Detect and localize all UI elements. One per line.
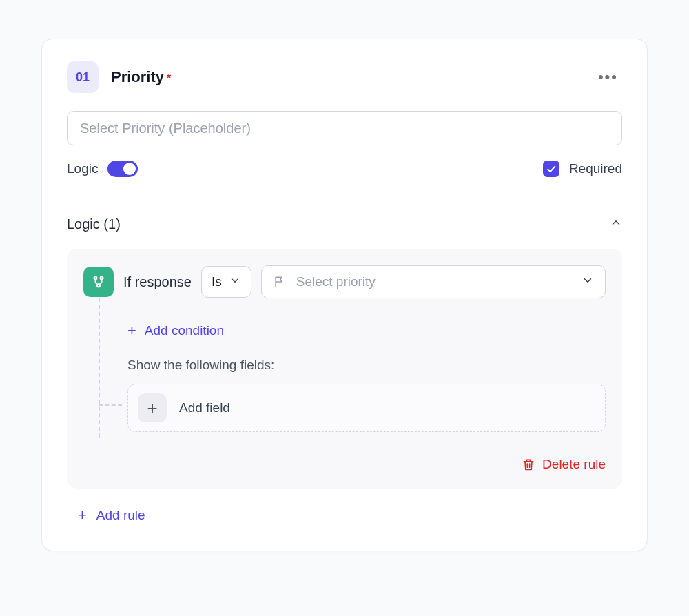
required-label: Required	[569, 161, 622, 176]
check-icon	[546, 163, 557, 174]
rule-nested-block: + Add condition Show the following field…	[99, 298, 606, 438]
branch-icon	[83, 267, 114, 297]
required-checkbox[interactable]	[543, 161, 559, 177]
field-header-row: 01 Priority* •••	[67, 61, 622, 93]
add-rule-label: Add rule	[96, 508, 145, 523]
add-condition-button[interactable]: + Add condition	[127, 323, 606, 338]
card-header-section: 01 Priority* ••• Select Priority (Placeh…	[42, 39, 647, 194]
show-fields-label: Show the following fields:	[127, 358, 606, 373]
add-condition-label: Add condition	[145, 323, 224, 338]
delete-row: Delete rule	[83, 457, 606, 472]
chevron-down-icon	[582, 274, 594, 290]
if-response-label: If response	[123, 274, 192, 290]
operator-value: Is	[212, 274, 222, 289]
logic-heading-row[interactable]: Logic (1)	[67, 216, 622, 232]
chevron-up-icon	[610, 216, 622, 229]
plus-box-icon: +	[138, 393, 167, 422]
required-group: Required	[543, 161, 622, 177]
logic-heading: Logic (1)	[67, 216, 121, 232]
rule-condition-row: If response Is Select priority	[83, 265, 606, 298]
delete-rule-label: Delete rule	[542, 457, 606, 472]
priority-select[interactable]: Select Priority (Placeholder)	[67, 111, 622, 145]
delete-rule-button[interactable]: Delete rule	[522, 457, 606, 472]
logic-toggle-label: Logic	[67, 161, 98, 176]
value-placeholder: Select priority	[296, 274, 376, 289]
add-rule-button[interactable]: + Add rule	[67, 508, 622, 523]
plus-icon: +	[78, 508, 87, 523]
field-title-wrap: Priority*	[111, 68, 171, 86]
add-field-button[interactable]: + Add field	[127, 384, 606, 432]
field-card: 01 Priority* ••• Select Priority (Placeh…	[41, 39, 648, 551]
flag-icon	[273, 275, 287, 289]
dots-icon: •••	[598, 68, 618, 85]
more-menu-button[interactable]: •••	[594, 65, 622, 89]
plus-icon: +	[127, 323, 136, 338]
add-field-label: Add field	[179, 400, 230, 415]
field-flags-row: Logic Required	[67, 161, 622, 177]
logic-section: Logic (1) If response Is Se	[42, 194, 647, 551]
rule-card: If response Is Select priority	[67, 249, 622, 489]
connector-line	[99, 404, 122, 406]
field-number-badge: 01	[67, 61, 99, 93]
chevron-down-icon	[229, 274, 241, 290]
collapse-logic-button[interactable]	[610, 216, 622, 232]
value-select[interactable]: Select priority	[261, 265, 606, 298]
trash-icon	[522, 458, 535, 471]
field-title: Priority	[111, 68, 164, 85]
priority-select-placeholder: Select Priority (Placeholder)	[80, 121, 251, 136]
logic-toggle[interactable]	[107, 161, 138, 177]
required-star: *	[167, 72, 171, 84]
operator-select[interactable]: Is	[201, 266, 251, 298]
